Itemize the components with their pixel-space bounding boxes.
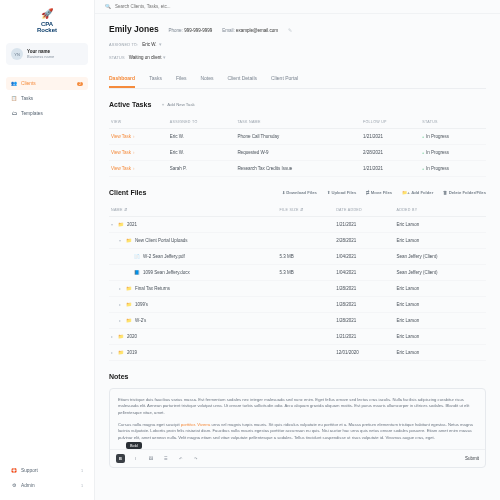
- list-button[interactable]: ☰: [161, 454, 170, 463]
- sidebar-item-clients[interactable]: 👥Clients2: [6, 77, 88, 90]
- col-header: DATE ADDED: [334, 204, 394, 217]
- file-row[interactable]: 📄W-2 Sean Jeffery.pdf5.3 MB1/04/2021Sean…: [109, 249, 486, 265]
- tab-client-details[interactable]: Client Details: [228, 70, 257, 88]
- file-row[interactable]: ▸📁20201/21/2021Eric Larson: [109, 329, 486, 345]
- folder-icon: 📁: [118, 222, 124, 227]
- file-name: ▸📁1099's: [109, 297, 278, 313]
- tab-tasks[interactable]: Tasks: [149, 70, 162, 88]
- sidebar-item-admin[interactable]: ⚙Admin1: [6, 479, 88, 492]
- disclosure-icon[interactable]: ▸: [119, 319, 123, 323]
- folder-icon: 📁: [126, 318, 132, 323]
- view-task-link[interactable]: View Task›: [111, 134, 135, 139]
- nav-badge: 2: [77, 82, 83, 86]
- file-size: [278, 329, 335, 345]
- file-action-upload-files[interactable]: ⬆Upload Files: [327, 190, 356, 195]
- file-name: ▸📁Final Tax Returns: [109, 281, 278, 297]
- sidebar: 🚀 CPA Rocket YN Your name Business name …: [0, 0, 95, 500]
- status-dot-icon: ●: [422, 151, 424, 155]
- status-dot-icon: ●: [422, 135, 424, 139]
- col-header[interactable]: FILE SIZE ⇵: [278, 204, 335, 217]
- task-name: Requested W-9: [235, 145, 361, 161]
- action-icon: ⇄: [366, 190, 369, 195]
- bold-button[interactable]: B: [116, 454, 125, 463]
- user-card[interactable]: YN Your name Business name: [6, 43, 88, 65]
- notes-box: Etiam tristique duis faucibus varius mas…: [109, 388, 486, 468]
- file-by: Sean Jeffery (Client): [395, 249, 486, 265]
- file-by: Eric Larson: [395, 297, 486, 313]
- disclosure-icon[interactable]: ▾: [119, 239, 123, 243]
- italic-button[interactable]: I: [131, 454, 140, 463]
- file-action-download-files[interactable]: ⬇Download Files: [282, 190, 317, 195]
- search-bar[interactable]: 🔍: [95, 0, 500, 14]
- file-date: 1/28/2021: [334, 297, 394, 313]
- disclosure-icon[interactable]: ▸: [119, 303, 123, 307]
- edit-icon[interactable]: ✎: [288, 28, 292, 33]
- file-by: Eric Larson: [395, 313, 486, 329]
- disclosure-icon[interactable]: ▸: [119, 287, 123, 291]
- file-date: 1/28/2021: [334, 281, 394, 297]
- file-name: ▾📁2021: [109, 217, 278, 233]
- file-row[interactable]: ▸📁201912/01/2020Eric Larson: [109, 345, 486, 361]
- file-name: ▸📁2019: [109, 345, 278, 361]
- folder-icon: 📁: [126, 302, 132, 307]
- file-by: Eric Larson: [395, 329, 486, 345]
- view-task-link[interactable]: View Task›: [111, 150, 135, 155]
- notes-text[interactable]: Etiam tristique duis faucibus varius mas…: [110, 389, 485, 449]
- file-by: Eric Larson: [395, 233, 486, 249]
- file-size: [278, 345, 335, 361]
- client-name: Emily Jones: [109, 24, 159, 34]
- file-row[interactable]: ▾📁New Client Portal Uploads2/28/2021Eric…: [109, 233, 486, 249]
- file-date: 2/28/2021: [334, 233, 394, 249]
- assigned-to[interactable]: ASSIGNED TO:Eric W.▾: [109, 42, 162, 47]
- client-status[interactable]: STATUSWaiting on client▾: [109, 55, 166, 60]
- sidebar-item-support[interactable]: 🛟Support1: [6, 464, 88, 477]
- view-task-link[interactable]: View Task›: [111, 166, 135, 171]
- task-name: Phone Call Thursday: [235, 129, 361, 145]
- tab-client-portal[interactable]: Client Portal: [271, 70, 298, 88]
- file-row[interactable]: ▸📁Final Tax Returns1/28/2021Eric Larson: [109, 281, 486, 297]
- tab-dashboard[interactable]: Dashboard: [109, 70, 135, 88]
- file-by: Eric Larson: [395, 217, 486, 233]
- col-header: TASK NAME: [235, 116, 361, 129]
- action-icon: ⬆: [327, 190, 330, 195]
- chevron-right-icon: ›: [133, 166, 135, 171]
- tab-files[interactable]: Files: [176, 70, 187, 88]
- col-header: VIEW: [109, 116, 168, 129]
- col-header[interactable]: NAME ⇵: [109, 204, 278, 217]
- sidebar-item-tasks[interactable]: 📋Tasks: [6, 92, 88, 105]
- chevron-right-icon: ›: [133, 134, 135, 139]
- business-name: Business name: [27, 54, 54, 59]
- search-input[interactable]: [115, 4, 490, 9]
- file-date: 1/04/2021: [334, 265, 394, 281]
- file-action-delete-folder-files[interactable]: 🗑Delete Folder/Files: [443, 190, 486, 195]
- file-row[interactable]: ▸📁1099's1/28/2021Eric Larson: [109, 297, 486, 313]
- tab-notes[interactable]: Notes: [200, 70, 213, 88]
- chevron-down-icon: ▾: [159, 42, 162, 47]
- file-row[interactable]: ▸📁W-2's1/28/2021Eric Larson: [109, 313, 486, 329]
- disclosure-icon[interactable]: ▸: [111, 335, 115, 339]
- task-status: ●In Progress: [420, 129, 486, 145]
- disclosure-icon[interactable]: ▾: [111, 223, 115, 227]
- file-row[interactable]: 📘1099 Sean Jeffery.docx5.3 MB1/04/2021Se…: [109, 265, 486, 281]
- doc-icon: 📘: [134, 270, 140, 275]
- add-task-button[interactable]: ＋Add New Task: [161, 102, 194, 107]
- file-date: 1/28/2021: [334, 313, 394, 329]
- file-action-move-files[interactable]: ⇄Move Files: [366, 190, 392, 195]
- submit-button[interactable]: Submit: [465, 456, 479, 461]
- notes-toolbar: Bold B I 🖼 ☰ ↶ ↷ Submit: [110, 449, 485, 467]
- redo-button[interactable]: ↷: [191, 454, 200, 463]
- file-action-add-folder[interactable]: 📁+Add Folder: [402, 190, 433, 195]
- tasks-icon: 📋: [11, 96, 17, 101]
- file-row[interactable]: ▾📁20211/21/2021Eric Larson: [109, 217, 486, 233]
- task-follow: 2/28/2021: [361, 145, 420, 161]
- client-phone: Phone: 999-999-9999: [169, 28, 213, 33]
- undo-button[interactable]: ↶: [176, 454, 185, 463]
- chevron-right-icon: ›: [133, 150, 135, 155]
- action-icon: 🗑: [443, 190, 447, 195]
- image-button[interactable]: 🖼: [146, 454, 155, 463]
- folder-icon: 📁: [118, 350, 124, 355]
- file-by: Eric Larson: [395, 345, 486, 361]
- sidebar-item-templates[interactable]: 🗂Templates: [6, 107, 88, 120]
- disclosure-icon[interactable]: ▸: [111, 351, 115, 355]
- file-size: [278, 217, 335, 233]
